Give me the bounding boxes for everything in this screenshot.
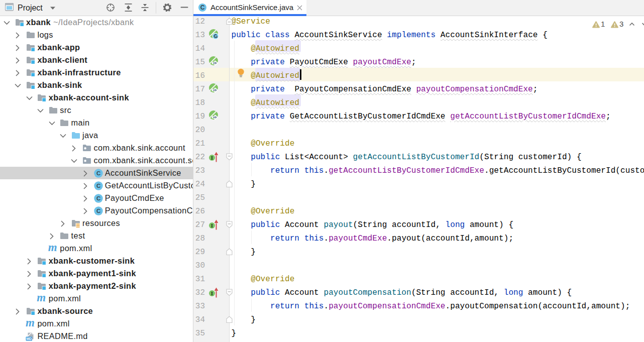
svg-text:MD: MD	[26, 336, 32, 340]
svg-text:I: I	[211, 155, 213, 161]
svg-text:C: C	[200, 4, 205, 11]
svg-text:C: C	[96, 170, 100, 176]
svg-text:I: I	[211, 222, 213, 229]
svg-text:C: C	[96, 183, 100, 189]
svg-text:C: C	[96, 208, 100, 214]
svg-text:I: I	[211, 290, 213, 296]
svg-text:C: C	[96, 195, 100, 201]
